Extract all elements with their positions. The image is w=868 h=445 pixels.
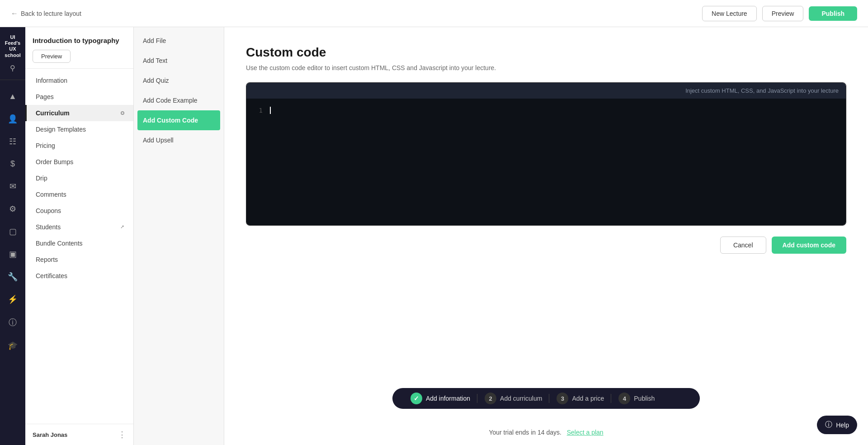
mid-sidebar: Add File Add Text Add Quiz Add Code Exam… <box>134 27 224 445</box>
topbar-left: ← Back to lecture layout <box>11 9 81 18</box>
code-editor-body[interactable]: 1 <box>246 99 846 225</box>
sidebar-item-coupons[interactable]: Coupons <box>25 203 133 219</box>
course-title: Introduction to typography <box>33 36 126 45</box>
step-1-num: ✓ <box>410 393 422 404</box>
app-logo: UI Feed's UX school <box>0 34 25 58</box>
preview-sidebar-button[interactable]: Preview <box>33 50 71 63</box>
sidebar-item-design-templates[interactable]: Design Templates <box>25 121 133 137</box>
search-icon[interactable]: ⚲ <box>8 62 17 74</box>
publish-top-button[interactable]: Publish <box>809 6 857 21</box>
dashboard-icon[interactable]: ☷ <box>6 134 19 149</box>
sidebar-item-drip[interactable]: Drip <box>25 170 133 186</box>
progress-steps: ✓ Add information 2 Add curriculum 3 Add… <box>392 388 700 409</box>
help-label: Help <box>836 421 849 429</box>
help-button[interactable]: ⓘ Help <box>817 416 857 434</box>
graduation-icon[interactable]: 🎓 <box>5 338 20 353</box>
add-custom-code-button[interactable]: Add custom code <box>772 237 846 254</box>
icon-nav: ▲ 👤 ☷ $ ✉ ⚙ ▢ ▣ 🔧 ⚡ ⓘ 🎓 <box>5 89 20 353</box>
step-3[interactable]: 3 Add a price <box>549 393 611 404</box>
add-code-example-item[interactable]: Add Code Example <box>134 90 224 110</box>
analytics-icon[interactable]: ▲ <box>6 89 19 104</box>
more-options-icon[interactable]: ⋮ <box>118 430 126 440</box>
topbar-right: New Lecture Preview Publish <box>702 6 857 21</box>
back-link-label: Back to lecture layout <box>21 10 81 17</box>
step-2[interactable]: 2 Add curriculum <box>477 393 549 404</box>
sidebar-item-comments[interactable]: Comments <box>25 186 133 203</box>
tools-icon[interactable]: 🔧 <box>5 269 20 284</box>
add-custom-code-item[interactable]: Add Custom Code <box>137 110 220 130</box>
step-2-label: Add curriculum <box>500 395 542 402</box>
calendar-icon[interactable]: ▣ <box>6 246 19 262</box>
new-lecture-button[interactable]: New Lecture <box>702 6 757 21</box>
library-icon[interactable]: ▢ <box>6 224 19 239</box>
users-icon[interactable]: 👤 <box>5 111 20 127</box>
select-plan-link[interactable]: Select a plan <box>567 429 604 436</box>
sidebar-item-curriculum[interactable]: Curriculum <box>25 105 133 121</box>
sidebar-course-info: Introduction to typography Preview <box>25 27 133 69</box>
step-2-num: 2 <box>485 393 496 404</box>
left-sidebar: Introduction to typography Preview Infor… <box>25 27 134 445</box>
sidebar-item-pages[interactable]: Pages <box>25 89 133 105</box>
preview-button[interactable]: Preview <box>762 6 804 21</box>
step-1[interactable]: ✓ Add information <box>403 393 477 404</box>
code-editor-header: Inject custom HTML, CSS, and JavaScript … <box>246 83 846 99</box>
step-4[interactable]: 4 Publish <box>611 393 662 404</box>
sidebar-item-certificates[interactable]: Certificates <box>25 268 133 284</box>
code-cursor <box>270 107 271 114</box>
cancel-button[interactable]: Cancel <box>720 237 766 254</box>
sidebar-item-pricing[interactable]: Pricing <box>25 137 133 154</box>
curriculum-indicator <box>121 111 124 115</box>
step-4-label: Publish <box>634 395 655 402</box>
sidebar-item-bundle-contents[interactable]: Bundle Contents <box>25 235 133 251</box>
external-link-icon: ➚ <box>120 224 124 230</box>
page-title: Custom code <box>246 45 846 60</box>
step-1-label: Add information <box>426 395 470 402</box>
step-3-label: Add a price <box>572 395 604 402</box>
icon-sidebar: UI Feed's UX school ⚲ ▲ 👤 ☷ $ ✉ ⚙ ▢ ▣ 🔧 … <box>0 27 25 445</box>
sidebar-nav: Information Pages Curriculum Design Temp… <box>25 69 133 424</box>
help-icon: ⓘ <box>825 420 832 430</box>
sidebar-item-reports[interactable]: Reports <box>25 251 133 268</box>
add-upsell-item[interactable]: Add Upsell <box>134 130 224 150</box>
add-text-item[interactable]: Add Text <box>134 51 224 71</box>
dollar-icon[interactable]: $ <box>8 156 18 171</box>
user-name: Sarah Jonas <box>33 431 67 438</box>
line-numbers: 1 <box>254 106 263 218</box>
mail-icon[interactable]: ✉ <box>7 179 19 194</box>
code-editor-hint: Inject custom HTML, CSS, and JavaScript … <box>685 87 839 94</box>
help-circle-icon[interactable]: ⓘ <box>6 314 19 331</box>
action-row: Cancel Add custom code <box>246 237 846 254</box>
add-quiz-item[interactable]: Add Quiz <box>134 71 224 90</box>
icon-sidebar-top: UI Feed's UX school ⚲ <box>0 34 25 80</box>
sidebar-footer: Sarah Jonas ⋮ <box>25 424 133 445</box>
page-description: Use the custom code editor to insert cus… <box>246 64 846 71</box>
sidebar-item-order-bumps[interactable]: Order Bumps <box>25 154 133 170</box>
code-editor: Inject custom HTML, CSS, and JavaScript … <box>246 82 846 226</box>
trial-text: Your trial ends in 14 days. <box>489 429 561 436</box>
add-file-item[interactable]: Add File <box>134 31 224 51</box>
back-link[interactable]: ← Back to lecture layout <box>11 9 81 18</box>
back-arrow-icon: ← <box>11 9 18 18</box>
topbar: ← Back to lecture layout New Lecture Pre… <box>0 0 868 27</box>
lightning-icon[interactable]: ⚡ <box>5 292 20 307</box>
settings-icon[interactable]: ⚙ <box>6 201 19 217</box>
step-3-num: 3 <box>557 393 568 404</box>
sidebar-item-students[interactable]: Students ➚ <box>25 219 133 235</box>
code-input-area[interactable] <box>270 106 839 218</box>
main-content: Custom code Use the custom code editor t… <box>224 27 868 445</box>
trial-banner: Your trial ends in 14 days. Select a pla… <box>489 429 603 436</box>
main-layout: UI Feed's UX school ⚲ ▲ 👤 ☷ $ ✉ ⚙ ▢ ▣ 🔧 … <box>0 27 868 445</box>
sidebar-item-information[interactable]: Information <box>25 72 133 89</box>
step-4-num: 4 <box>618 393 630 404</box>
